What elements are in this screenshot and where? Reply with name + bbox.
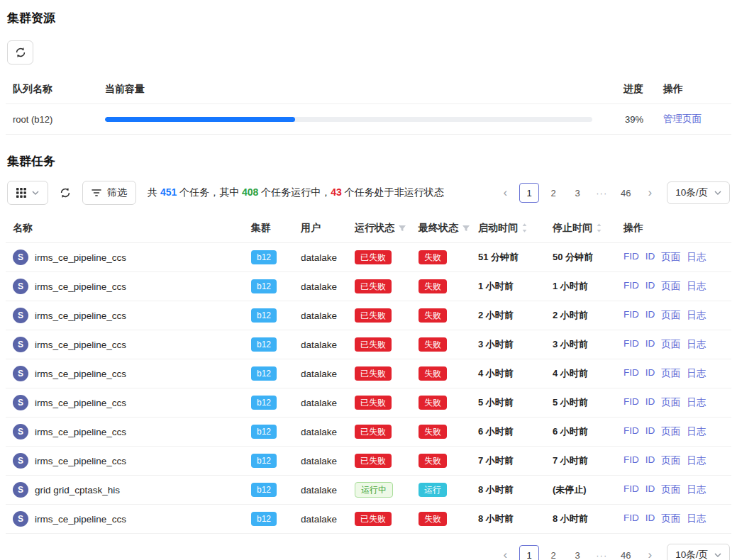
task-name: irms_ce_pipeline_ccs bbox=[35, 456, 126, 466]
page-link[interactable]: 页面 bbox=[661, 454, 680, 467]
pagination-next[interactable]: › bbox=[640, 545, 660, 560]
page-link[interactable]: 页面 bbox=[661, 251, 680, 264]
id-link[interactable]: ID bbox=[645, 280, 655, 293]
table-row: S irms_ce_pipeline_ccs b12 datalake 已失败 … bbox=[6, 388, 731, 418]
pagination-page-2[interactable]: 2 bbox=[543, 183, 563, 203]
id-link[interactable]: ID bbox=[645, 513, 655, 525]
log-link[interactable]: 日志 bbox=[687, 367, 706, 380]
page-link[interactable]: 页面 bbox=[661, 280, 680, 293]
task-name: irms_ce_pipeline_ccs bbox=[35, 252, 126, 263]
sort-icon[interactable] bbox=[596, 223, 602, 233]
start-time: 5 小时前 bbox=[478, 396, 553, 409]
fid-link[interactable]: FID bbox=[624, 309, 639, 322]
page-size-select[interactable]: 10条/页 bbox=[667, 544, 730, 560]
page-link[interactable]: 页面 bbox=[661, 396, 680, 409]
log-link[interactable]: 日志 bbox=[687, 425, 706, 438]
refresh-icon bbox=[15, 47, 26, 58]
page: 集群资源 队列名称 当前容量 进度 操作 bbox=[0, 0, 737, 560]
task-name: irms_ce_pipeline_ccs bbox=[35, 427, 126, 437]
filter-funnel-icon[interactable] bbox=[398, 224, 406, 233]
page-link[interactable]: 页面 bbox=[661, 338, 680, 351]
filter-button[interactable]: 筛选 bbox=[82, 181, 136, 205]
page-link[interactable]: 页面 bbox=[661, 367, 680, 380]
run-status-badge: 已失败 bbox=[355, 425, 392, 439]
id-link[interactable]: ID bbox=[645, 483, 655, 496]
filter-button-label: 筛选 bbox=[107, 186, 127, 199]
tasks-refresh-button[interactable] bbox=[57, 181, 74, 205]
pagination-prev[interactable]: ‹ bbox=[495, 183, 515, 203]
fid-link[interactable]: FID bbox=[624, 483, 639, 496]
cluster-badge: b12 bbox=[251, 337, 277, 352]
avatar: S bbox=[13, 366, 28, 381]
task-user: datalake bbox=[301, 340, 355, 350]
cluster-badge: b12 bbox=[251, 279, 277, 293]
final-status-badge: 失败 bbox=[419, 454, 447, 468]
page-link[interactable]: 页面 bbox=[661, 513, 680, 525]
id-link[interactable]: ID bbox=[645, 454, 655, 467]
log-link[interactable]: 日志 bbox=[687, 513, 706, 525]
table-row: S irms_ce_pipeline_ccs b12 datalake 已失败 … bbox=[6, 447, 731, 476]
stop-time: 7 小时前 bbox=[553, 454, 624, 467]
page-link[interactable]: 页面 bbox=[661, 309, 680, 322]
fid-link[interactable]: FID bbox=[624, 367, 639, 380]
cluster-badge: b12 bbox=[251, 308, 277, 323]
manage-page-link[interactable]: 管理页面 bbox=[663, 113, 702, 124]
filter-lines-icon bbox=[92, 189, 101, 197]
id-link[interactable]: ID bbox=[645, 338, 655, 351]
pagination-top: ‹ 1 2 3 ··· 46 › bbox=[495, 183, 660, 203]
fid-link[interactable]: FID bbox=[624, 396, 639, 409]
id-link[interactable]: ID bbox=[645, 251, 655, 264]
pagination-page-2[interactable]: 2 bbox=[543, 545, 563, 560]
header-actions: 操作 bbox=[663, 83, 724, 96]
cluster-badge: b12 bbox=[251, 454, 277, 468]
header-user: 用户 bbox=[301, 222, 355, 235]
resources-refresh-button[interactable] bbox=[7, 40, 33, 65]
header-operations: 操作 bbox=[624, 222, 724, 235]
cluster-badge: b12 bbox=[251, 512, 277, 526]
avatar: S bbox=[13, 308, 28, 323]
pagination-page-46[interactable]: 46 bbox=[616, 183, 636, 203]
tasks-section-title: 集群任务 bbox=[7, 153, 731, 169]
page-link[interactable]: 页面 bbox=[661, 425, 680, 438]
cluster-badge: b12 bbox=[251, 396, 277, 410]
log-link[interactable]: 日志 bbox=[687, 454, 706, 467]
stop-time: 5 小时前 bbox=[553, 396, 624, 409]
page-size-select[interactable]: 10条/页 bbox=[667, 181, 730, 204]
pagination-page-1[interactable]: 1 bbox=[519, 183, 539, 203]
header-current-capacity: 当前容量 bbox=[105, 83, 611, 96]
filter-funnel-icon[interactable] bbox=[462, 224, 470, 233]
pagination-next[interactable]: › bbox=[640, 183, 660, 203]
fid-link[interactable]: FID bbox=[624, 338, 639, 351]
id-link[interactable]: ID bbox=[645, 396, 655, 409]
progress-track bbox=[105, 117, 592, 122]
start-time: 7 小时前 bbox=[478, 454, 553, 467]
pagination-page-3[interactable]: 3 bbox=[567, 545, 587, 560]
log-link[interactable]: 日志 bbox=[687, 338, 706, 351]
column-settings-button[interactable] bbox=[7, 181, 48, 205]
log-link[interactable]: 日志 bbox=[687, 396, 706, 409]
log-link[interactable]: 日志 bbox=[687, 309, 706, 322]
pagination-page-1[interactable]: 1 bbox=[519, 545, 539, 560]
log-link[interactable]: 日志 bbox=[687, 280, 706, 293]
log-link[interactable]: 日志 bbox=[687, 251, 706, 264]
run-status-badge: 已失败 bbox=[355, 366, 392, 381]
fid-link[interactable]: FID bbox=[624, 251, 639, 264]
id-link[interactable]: ID bbox=[645, 309, 655, 322]
page-link[interactable]: 页面 bbox=[661, 483, 680, 496]
id-link[interactable]: ID bbox=[645, 367, 655, 380]
fid-link[interactable]: FID bbox=[624, 513, 639, 525]
tasks-table: 名称 集群 用户 运行状态 最终状态 启动时间 bbox=[6, 213, 731, 534]
fid-link[interactable]: FID bbox=[624, 280, 639, 293]
sort-icon[interactable] bbox=[521, 223, 528, 233]
fid-link[interactable]: FID bbox=[624, 454, 639, 467]
table-row: S irms_ce_pipeline_ccs b12 datalake 已失败 … bbox=[6, 301, 731, 330]
fid-link[interactable]: FID bbox=[624, 425, 639, 438]
pagination-page-3[interactable]: 3 bbox=[567, 183, 587, 203]
pagination-ellipsis[interactable]: ··· bbox=[592, 183, 611, 203]
progress-value: 39% bbox=[611, 114, 643, 125]
log-link[interactable]: 日志 bbox=[687, 483, 706, 496]
pagination-prev[interactable]: ‹ bbox=[495, 545, 515, 560]
pagination-ellipsis[interactable]: ··· bbox=[592, 545, 611, 560]
id-link[interactable]: ID bbox=[645, 425, 655, 438]
pagination-page-46[interactable]: 46 bbox=[616, 545, 636, 560]
